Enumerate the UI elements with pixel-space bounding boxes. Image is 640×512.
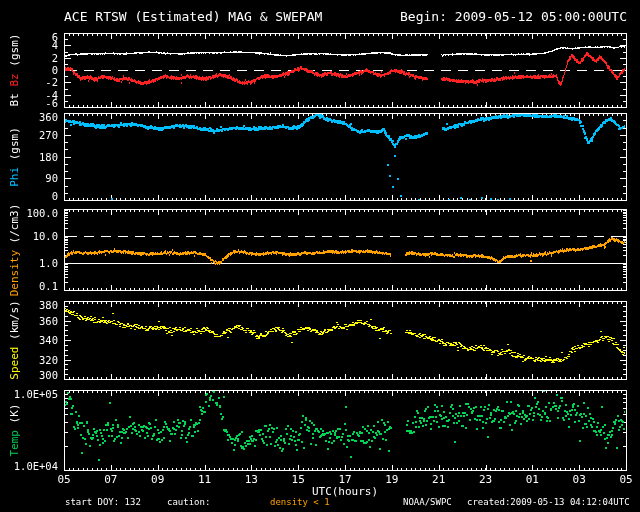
panel-y-axis-label: Temp (K) [8, 404, 21, 457]
panel-y-axis-label-part: Phi [8, 166, 21, 186]
xtick-label: 21 [424, 474, 454, 486]
ytick-label: 1.0E+05 [10, 388, 58, 400]
panel-y-axis-label-part: Temp [8, 430, 21, 457]
xtick-label: 23 [471, 474, 501, 486]
footer-start-doy: start DOY: 132 [65, 497, 141, 507]
panel-y-axis-label-part: (gsm) [8, 127, 21, 167]
panel-y-axis-label-part: (K) [8, 404, 21, 431]
xtick-label: 15 [283, 474, 313, 486]
xtick-label: 01 [517, 474, 547, 486]
footer-created-timestamp: created:2009-05-13 04:12:04UTC [467, 497, 630, 507]
panel-y-axis-label: Phi (gsm) [8, 127, 21, 187]
footer-agency: NOAA/SWPC [403, 497, 452, 507]
xtick-label: 19 [377, 474, 407, 486]
xtick-label: 03 [564, 474, 594, 486]
ytick-label: 360 [10, 111, 58, 123]
page-title: ACE RTSW (Estimated) MAG & SWEPAM [64, 9, 322, 24]
ace-rtsw-plot: ACE RTSW (Estimated) MAG & SWEPAM Begin:… [0, 0, 640, 512]
xtick-label: 05 [611, 474, 640, 486]
panel-y-axis-label-part: Speed [8, 347, 21, 380]
panel-y-axis-label-part: (km/s) [8, 300, 21, 346]
panel-y-axis-label: Speed (km/s) [8, 300, 21, 379]
ytick-label: 0 [10, 190, 58, 202]
xtick-label: 09 [143, 474, 173, 486]
plot-canvas [0, 0, 640, 512]
xtick-label: 07 [96, 474, 126, 486]
panel-y-axis-label-part: Density [8, 250, 21, 296]
ytick-label: 1.0E+04 [10, 460, 58, 472]
panel-y-axis-label: Bt Bz (gsm) [8, 34, 21, 107]
panel-y-axis-label-part: (gsm) [8, 34, 21, 74]
panel-y-axis-label-part: Bz [8, 73, 21, 86]
footer-caution-value: density < 1 [270, 497, 330, 507]
xtick-label: 13 [236, 474, 266, 486]
xtick-label: 05 [49, 474, 79, 486]
panel-y-axis-label: Density (/cm3) [8, 203, 21, 296]
footer-caution-label: caution: [167, 497, 210, 507]
panel-y-axis-label-part: (/cm3) [8, 203, 21, 249]
begin-timestamp: Begin: 2009-05-12 05:00:00UTC [400, 9, 627, 24]
xtick-label: 11 [190, 474, 220, 486]
panel-y-axis-label-part: Bt [8, 87, 21, 107]
